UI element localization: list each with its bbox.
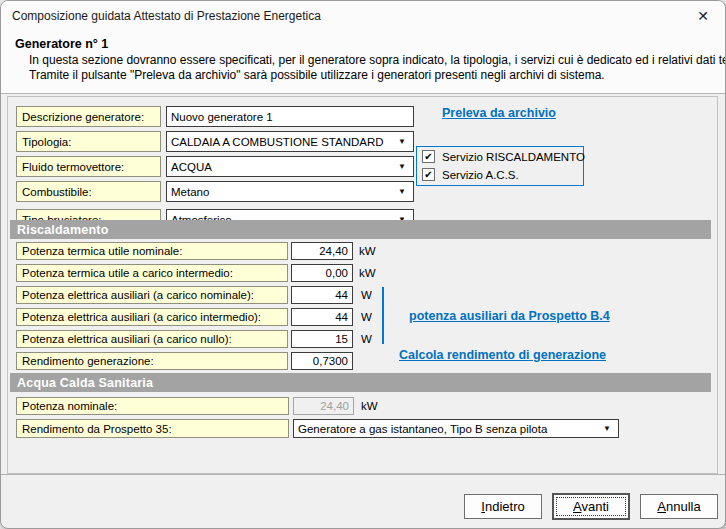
combustibile-label: Combustibile:	[16, 181, 161, 202]
calcola-rendimento-link[interactable]: Calcola rendimento di generazione	[399, 348, 606, 362]
potenza-termica-intermedio-unit: kW	[359, 267, 376, 279]
combustibile-select[interactable]: Metano ▼	[166, 181, 414, 202]
annulla-accesskey: A	[657, 499, 666, 514]
ausiliari-bracket-line	[382, 287, 384, 344]
chevron-down-icon: ▼	[603, 424, 614, 433]
ausiliari-nullo-unit: W	[361, 333, 372, 345]
potenza-termica-nominale-input[interactable]: 24,40	[291, 242, 353, 260]
servizio-acs-label: Servizio A.C.S.	[442, 169, 519, 181]
fluido-termovettore-select[interactable]: ACQUA ▼	[166, 156, 414, 177]
avanti-button[interactable]: Avanti	[552, 493, 630, 520]
fluido-termovettore-value: ACQUA	[171, 161, 212, 173]
servizio-riscaldamento-label: Servizio RISCALDAMENTO	[442, 151, 585, 163]
servizio-riscaldamento-row: ✔ Servizio RISCALDAMENTO	[422, 150, 585, 163]
ausiliari-nullo-label: Potenza elettrica ausiliari (a carico nu…	[16, 330, 288, 348]
check-icon: ✔	[424, 170, 432, 180]
wizard-header: Generatore n° 1 In questa sezione dovran…	[1, 31, 725, 93]
ausiliari-intermedio-input[interactable]: 44	[291, 308, 353, 326]
potenza-ausiliari-prospetto-link[interactable]: potenza ausiliari da Prospetto B.4	[409, 309, 610, 323]
header-description-line2: Tramite il pulsante "Preleva da archivio…	[29, 68, 605, 82]
footer-divider	[1, 474, 725, 475]
rendimento-generazione-label: Rendimento generazione:	[16, 352, 288, 370]
rendimento-prospetto35-select[interactable]: Generatore a gas istantaneo, Tipo B senz…	[293, 419, 619, 438]
avanti-label: vanti	[581, 499, 608, 514]
ausiliari-intermedio-label: Potenza elettrica ausiliari (a carico in…	[16, 308, 288, 326]
potenza-termica-nominale-unit: kW	[359, 245, 376, 257]
close-icon: ✕	[697, 8, 709, 24]
potenza-termica-nominale-label: Potenza termica utile nominale:	[16, 242, 288, 260]
ausiliari-intermedio-unit: W	[361, 311, 372, 323]
preleva-da-archivio-link[interactable]: Preleva da archivio	[442, 106, 556, 120]
descrizione-generatore-label: Descrizione generatore:	[16, 106, 161, 127]
wizard-dialog: Composizione guidata Attestato di Presta…	[0, 0, 726, 529]
ausiliari-nominale-unit: W	[361, 289, 372, 301]
title-bar: Composizione guidata Attestato di Presta…	[1, 1, 725, 31]
potenza-nominale-acs-input: 24,40	[293, 397, 354, 415]
window-title: Composizione guidata Attestato di Presta…	[1, 9, 321, 23]
potenza-nominale-acs-unit: kW	[361, 400, 378, 412]
acs-section-header: Acqua Calda Sanitaria	[10, 373, 711, 392]
check-icon: ✔	[424, 152, 432, 162]
riscaldamento-section-header: Riscaldamento	[10, 220, 711, 239]
page-title: Generatore n° 1	[15, 37, 108, 51]
indietro-label: ndietro	[485, 499, 525, 514]
rendimento-prospetto35-value: Generatore a gas istantaneo, Tipo B senz…	[298, 423, 547, 435]
indietro-button[interactable]: Indietro	[464, 494, 542, 519]
tipologia-label: Tipologia:	[16, 131, 161, 152]
header-description-line1: In questa sezione dovranno essere specif…	[29, 53, 726, 67]
rendimento-prospetto35-label: Rendimento da Prospetto 35:	[16, 419, 289, 438]
potenza-termica-intermedio-label: Potenza termica utile a carico intermedi…	[16, 264, 288, 282]
close-button[interactable]: ✕	[689, 4, 717, 28]
potenza-termica-intermedio-input[interactable]: 0,00	[291, 264, 353, 282]
header-divider	[1, 93, 725, 94]
chevron-down-icon: ▼	[398, 187, 409, 196]
tipologia-value: CALDAIA A COMBUSTIONE STANDARD	[171, 136, 384, 148]
descrizione-generatore-input[interactable]: Nuovo generatore 1	[166, 106, 414, 127]
ausiliari-nominale-input[interactable]: 44	[291, 286, 353, 304]
tipologia-select[interactable]: CALDAIA A COMBUSTIONE STANDARD ▼	[166, 131, 414, 152]
servizio-riscaldamento-checkbox[interactable]: ✔	[422, 150, 435, 163]
combustibile-value: Metano	[171, 186, 209, 198]
rendimento-generazione-input[interactable]: 0,7300	[291, 352, 353, 370]
potenza-nominale-acs-label: Potenza nominale:	[16, 397, 289, 415]
servizio-acs-row: ✔ Servizio A.C.S.	[422, 168, 519, 181]
chevron-down-icon: ▼	[398, 162, 409, 171]
chevron-down-icon: ▼	[398, 137, 409, 146]
ausiliari-nominale-label: Potenza elettrica ausiliari (a carico no…	[16, 286, 288, 304]
annulla-label: nnulla	[666, 499, 701, 514]
fluido-termovettore-label: Fluido termovettore:	[16, 156, 161, 177]
content-frame	[7, 96, 718, 474]
annulla-button[interactable]: Annulla	[640, 494, 718, 519]
servizio-acs-checkbox[interactable]: ✔	[422, 168, 435, 181]
ausiliari-nullo-input[interactable]: 15	[291, 330, 353, 348]
